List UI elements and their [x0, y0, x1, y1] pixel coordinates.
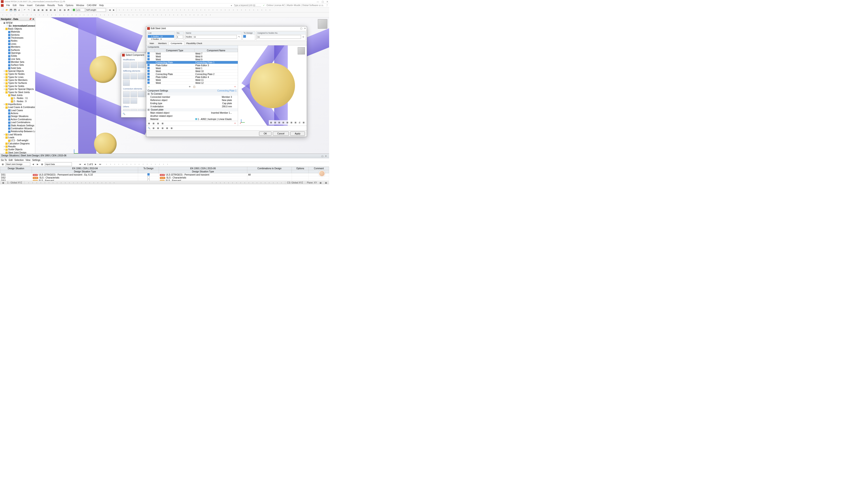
tb-icon[interactable]: ◨ [63, 8, 66, 12]
tb-icon[interactable]: ▫ [272, 181, 275, 185]
tb-icon[interactable]: ▫ [175, 8, 178, 12]
tb-icon[interactable]: ▫ [98, 13, 102, 17]
table-row[interactable]: DS2S.Ch SLS - CharacteristicS.Ch SLS - C… [0, 176, 329, 179]
tree-node[interactable]: >Results [0, 145, 35, 148]
saveall-icon[interactable]: 💾 [13, 8, 17, 12]
tree-node[interactable]: Lines [0, 42, 35, 45]
tb-icon[interactable]: ▫ [162, 8, 166, 12]
tree-node[interactable]: Materials [0, 30, 35, 33]
tb-icon[interactable]: ▫ [235, 181, 239, 185]
tb-icon[interactable]: ▫ [215, 181, 218, 185]
table-combo[interactable] [45, 162, 72, 166]
tb-icon[interactable]: ▫ [276, 181, 279, 185]
help-icon[interactable]: ❔ [326, 4, 328, 6]
navigator-tree[interactable]: -🖥 RFEM -📄 Ex_IntermediateConnectionPiec… [0, 21, 35, 156]
tb-icon[interactable]: ▫ [223, 181, 226, 185]
tree-node[interactable]: Surface Sets [0, 64, 35, 66]
tb-icon[interactable]: ▫ [37, 13, 41, 17]
tb-icon[interactable]: ▫ [88, 181, 92, 185]
tb-icon[interactable]: ▫ [264, 8, 268, 12]
component-row[interactable]: WeldWeld 8 [147, 55, 238, 58]
tree-node[interactable]: -Steel Joints [0, 94, 35, 97]
tree-node[interactable]: -Basic Objects [0, 27, 35, 30]
component-row[interactable]: Plate EditorPlate Editor 4 [147, 76, 238, 78]
menu-edit[interactable]: Edit [11, 4, 18, 6]
undo-icon[interactable]: ↶ [23, 8, 26, 12]
tb-icon[interactable]: ▫ [84, 181, 88, 185]
tree-node[interactable]: Action Combinations [0, 118, 35, 121]
component-thumb[interactable] [123, 73, 130, 79]
tb-icon[interactable]: ▫ [134, 8, 137, 12]
tree-node[interactable]: >Types for Lines [0, 76, 35, 78]
tree-node[interactable]: Design Situations [0, 115, 35, 118]
tb-icon[interactable]: ▫ [80, 181, 84, 185]
tb-icon[interactable]: ▫ [200, 13, 204, 17]
tb-icon[interactable]: ▫ [151, 13, 155, 17]
component-row[interactable]: WeldWeld 1 [147, 67, 238, 70]
first-icon[interactable]: ⏮ [78, 162, 82, 166]
tb-icon[interactable]: ▫ [112, 181, 116, 185]
component-row[interactable]: Plate EditorPlate Editor 3 [147, 64, 238, 67]
tb-icon[interactable]: ▦ [156, 126, 160, 130]
tb-icon[interactable]: ▫ [260, 8, 264, 12]
tb-icon[interactable]: ▫ [119, 13, 123, 17]
tree-node[interactable]: 1 - Nodes : 11 [0, 97, 35, 100]
tb-icon[interactable]: ▫ [31, 181, 35, 185]
tree-node[interactable]: Member Sets [0, 61, 35, 64]
maximize-icon[interactable]: ▢ [300, 27, 302, 30]
tb-icon[interactable]: ▫ [196, 13, 200, 17]
tb-icon[interactable]: ▫ [70, 13, 74, 17]
tb-icon[interactable]: ▫ [121, 162, 125, 166]
tb-icon[interactable]: ▫ [29, 13, 33, 17]
tb-icon[interactable]: ▫ [180, 13, 184, 17]
settings-row[interactable]: Reference objectNew plate [146, 99, 238, 102]
tb-icon[interactable]: ▫ [236, 8, 239, 12]
list-row[interactable]: 2 Nodes : 9 [148, 38, 174, 40]
bottom-menu-view[interactable]: View [26, 159, 31, 161]
tree-node[interactable]: LC1 - Self-weight [0, 139, 35, 142]
tb-icon[interactable]: ▦ [45, 8, 49, 12]
close-icon[interactable]: ✕ [304, 27, 306, 30]
tb-icon[interactable]: ▫ [153, 162, 157, 166]
menu-options[interactable]: Options [64, 4, 74, 6]
tb-icon[interactable]: ▦ [273, 121, 277, 124]
tree-node[interactable]: Combination Wizards [0, 127, 35, 130]
apply-button[interactable]: Apply [290, 131, 305, 136]
tb-icon[interactable]: ▫ [204, 13, 208, 17]
settings-group[interactable]: ⊟Gusset plate [146, 108, 238, 111]
tb-icon[interactable]: ▫ [166, 8, 170, 12]
settings-row[interactable]: Another related object [146, 115, 238, 118]
menu-results[interactable]: Results [46, 4, 56, 6]
component-thumb[interactable] [130, 109, 137, 111]
component-row[interactable]: WeldWeld 11 [147, 78, 238, 82]
tb-icon[interactable]: ▫ [203, 8, 207, 12]
settings-row[interactable]: Main related objectInserted Member 1... [146, 111, 238, 115]
tb-icon[interactable]: ▫ [191, 8, 194, 12]
maximize-icon[interactable]: ▢ [322, 0, 324, 3]
tb-icon[interactable]: ▫ [33, 13, 37, 17]
tree-node[interactable]: >Load Wizards [0, 133, 35, 136]
component-thumb[interactable] [130, 73, 137, 79]
module-combo[interactable] [5, 162, 30, 166]
tb-icon[interactable]: ▦ [40, 162, 44, 166]
tb-icon[interactable]: ▫ [223, 8, 227, 12]
menu-calculate[interactable]: Calculate [34, 4, 46, 6]
joint-3d-preview[interactable]: ▦ ▦ ▦ ▦ ▦ ▦ ▦ 🖨 ▦ ▦ ▦ [238, 45, 307, 126]
tab-members[interactable]: Members [156, 41, 169, 45]
tb-icon[interactable]: ▦ [53, 8, 57, 12]
tb-icon[interactable]: ▫ [244, 8, 247, 12]
tb-icon[interactable]: ▦ [1, 181, 5, 185]
tb-icon[interactable]: ▦ [165, 126, 169, 130]
tab-plausibility-check[interactable]: Plausibility Check [184, 41, 204, 45]
name-input[interactable] [185, 35, 237, 39]
menu-tools[interactable]: Tools [56, 4, 64, 6]
tb-icon[interactable]: ▫ [231, 181, 235, 185]
tb-icon[interactable]: ▫ [105, 162, 108, 166]
tb-icon[interactable]: ▫ [113, 162, 116, 166]
delete-icon[interactable]: ✕ [233, 122, 237, 125]
tb-icon[interactable]: ▫ [150, 8, 154, 12]
settings-row[interactable]: Ending typeCap plate [146, 102, 238, 105]
tb-icon[interactable]: ▫ [141, 162, 145, 166]
tb-icon[interactable]: ▫ [35, 181, 39, 185]
tb-icon[interactable]: ▦ [147, 122, 151, 125]
